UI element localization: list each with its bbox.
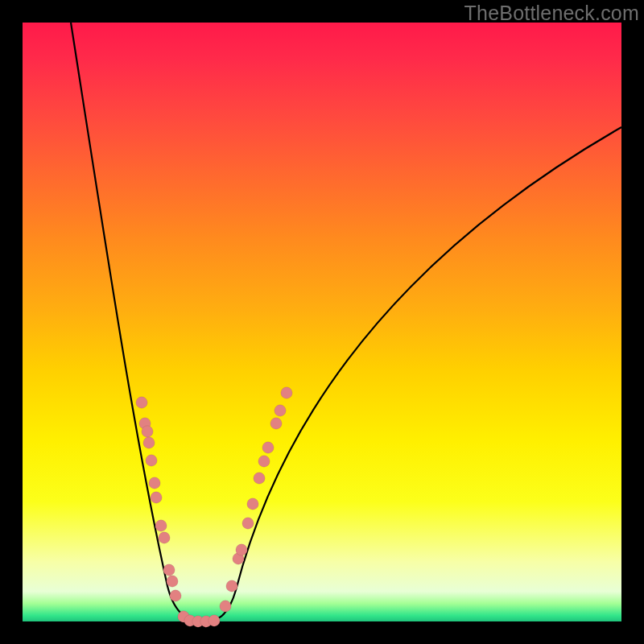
dots-right-branch bbox=[220, 387, 292, 612]
data-dot bbox=[149, 477, 160, 489]
data-dot bbox=[254, 473, 265, 484]
data-dot bbox=[242, 518, 254, 529]
data-dot bbox=[281, 387, 292, 398]
data-dot bbox=[167, 576, 178, 587]
data-dot bbox=[159, 532, 170, 543]
data-dot bbox=[226, 580, 237, 592]
watermark-text: TheBottleneck.com bbox=[464, 2, 639, 25]
dots-left-branch bbox=[136, 397, 189, 622]
data-dot bbox=[163, 564, 175, 576]
data-dot bbox=[258, 456, 270, 467]
data-dot bbox=[247, 498, 258, 510]
data-dot bbox=[208, 615, 220, 626]
data-dot bbox=[151, 492, 162, 503]
data-dot bbox=[142, 426, 153, 437]
bottleneck-curve bbox=[71, 23, 621, 621]
chart-frame bbox=[23, 23, 621, 621]
data-dot bbox=[136, 397, 147, 408]
data-dot bbox=[170, 590, 181, 601]
data-dot bbox=[262, 442, 274, 453]
data-dot bbox=[155, 520, 167, 531]
data-dot bbox=[275, 405, 286, 416]
chart-svg bbox=[23, 23, 621, 621]
data-dot bbox=[270, 418, 282, 429]
data-dot bbox=[220, 601, 231, 612]
data-dot bbox=[236, 544, 247, 555]
dots-bottom-branch bbox=[184, 615, 220, 627]
data-dot bbox=[143, 437, 155, 448]
data-dot bbox=[146, 455, 157, 466]
